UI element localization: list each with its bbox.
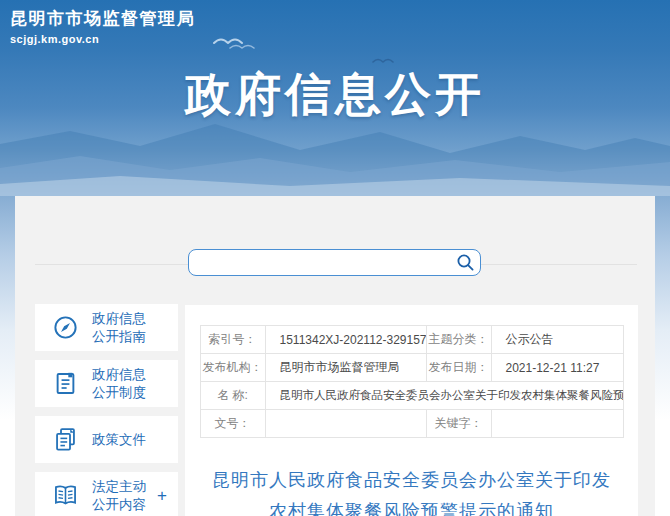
banner: 昆明市市场监督管理局 scjgj.km.gov.cn 政府信息公开 xyxy=(0,0,670,196)
keyword-label: 关键字： xyxy=(426,410,491,438)
sidebar-item-label: 政府信息公开制度 xyxy=(92,366,150,402)
content-area: 政府信息公开指南 政府信息公开制度 xyxy=(15,196,655,516)
category-label: 主题分类： xyxy=(426,326,491,354)
publisher-label: 发布机构： xyxy=(200,354,265,382)
files-icon xyxy=(52,426,79,453)
date-label: 发布日期： xyxy=(426,354,491,382)
search-button[interactable] xyxy=(450,250,480,275)
sidebar: 政府信息公开指南 政府信息公开制度 xyxy=(35,304,178,516)
sidebar-item-disclosure-system[interactable]: 政府信息公开制度 xyxy=(35,360,178,407)
document-panel: 索引号： 1511342XJ-202112-329157 主题分类： 公示公告 … xyxy=(185,305,638,516)
date-value: 2021-12-21 11:27 xyxy=(491,354,623,382)
policy-doc-icon xyxy=(52,370,79,397)
index-value: 1511342XJ-202112-329157 xyxy=(265,326,426,354)
publisher-value: 昆明市市场监督管理局 xyxy=(265,354,426,382)
sidebar-item-label: 法定主动公开内容 xyxy=(92,478,150,514)
search-icon xyxy=(456,253,475,272)
page: 昆明市市场监督管理局 scjgj.km.gov.cn 政府信息公开 xyxy=(0,0,670,516)
birds-icon xyxy=(212,33,264,51)
expand-plus-icon[interactable]: + xyxy=(157,486,167,506)
table-row: 发布机构： 昆明市市场监督管理局 发布日期： 2021-12-21 11:27 xyxy=(200,354,623,382)
table-row: 文号： 关键字： xyxy=(200,410,623,438)
org-name: 昆明市市场监督管理局 xyxy=(10,8,195,31)
name-label: 名 称: xyxy=(200,382,265,410)
doc-info-table: 索引号： 1511342XJ-202112-329157 主题分类： 公示公告 … xyxy=(200,325,624,438)
sidebar-item-statutory-disclosure[interactable]: 法定主动公开内容 + xyxy=(35,472,178,516)
org-domain: scjgj.km.gov.cn xyxy=(10,33,195,45)
table-row: 名 称: 昆明市人民政府食品安全委员会办公室关于印发农村集体聚餐风险预警提示的通… xyxy=(200,382,623,410)
page-title: 政府信息公开 xyxy=(0,64,670,126)
docnum-value xyxy=(265,410,426,438)
docnum-label: 文号： xyxy=(200,410,265,438)
sidebar-item-policy-files[interactable]: 政策文件 xyxy=(35,416,178,463)
category-value: 公示公告 xyxy=(491,326,623,354)
search-box[interactable] xyxy=(188,249,481,276)
name-value: 昆明市人民政府食品安全委员会办公室关于印发农村集体聚餐风险预警提示的通知 xyxy=(265,382,623,410)
open-book-icon xyxy=(52,482,79,509)
sidebar-item-label: 政策文件 xyxy=(92,431,150,449)
site-logo[interactable]: 昆明市市场监督管理局 scjgj.km.gov.cn xyxy=(10,8,195,45)
table-row: 索引号： 1511342XJ-202112-329157 主题分类： 公示公告 xyxy=(200,326,623,354)
index-label: 索引号： xyxy=(200,326,265,354)
search-input[interactable] xyxy=(189,250,450,275)
sidebar-item-disclosure-guide[interactable]: 政府信息公开指南 xyxy=(35,304,178,351)
keyword-value xyxy=(491,410,623,438)
article-title: 昆明市人民政府食品安全委员会办公室关于印发农村集体聚餐风险预警提示的通知 xyxy=(206,465,618,516)
compass-icon xyxy=(52,314,79,341)
sidebar-item-label: 政府信息公开指南 xyxy=(92,310,150,346)
